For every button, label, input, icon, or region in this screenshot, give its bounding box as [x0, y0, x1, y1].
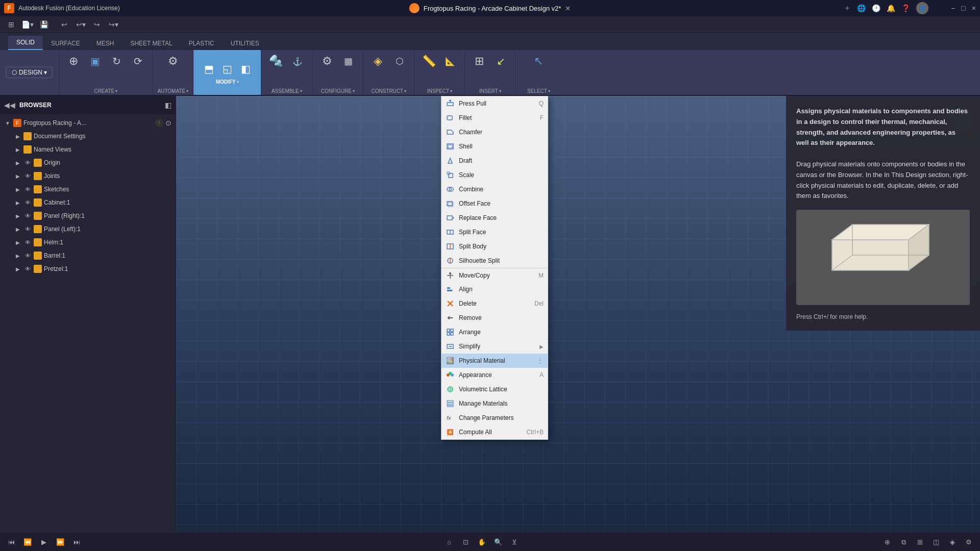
maximize-button[interactable]: □ — [961, 4, 965, 12]
browser-back-icon[interactable]: ◀◀ — [4, 101, 15, 109]
play-icon[interactable]: ▶ — [37, 536, 51, 549]
canvas-area[interactable]: TOP LEFT FRONT Press Pull Q — [176, 96, 980, 533]
panel-left-toggle[interactable]: ▶ — [14, 226, 21, 233]
tree-item-root[interactable]: ▼ F Frogtopus Racing - A... ! ⊙ — [0, 116, 176, 130]
menu-item-change-parameters[interactable]: fx Change Parameters — [442, 411, 548, 425]
tab-surface[interactable]: SURFACE — [43, 37, 88, 50]
panel-left-eye-icon[interactable]: 👁 — [23, 225, 32, 233]
tree-item-sketches[interactable]: ▶ 👁 Sketches — [0, 183, 176, 196]
pretzel-eye-icon[interactable]: 👁 — [23, 265, 32, 273]
barrel-toggle[interactable]: ▶ — [14, 252, 21, 259]
menu-item-offset-face[interactable]: Offset Face — [442, 196, 548, 211]
window-clock-icon[interactable]: 🕐 — [872, 4, 880, 12]
status-mesh-icon[interactable]: ◫ — [929, 536, 943, 549]
pretzel-toggle[interactable]: ▶ — [14, 265, 21, 272]
next-icon[interactable]: ⏩ — [53, 536, 67, 549]
helm-toggle[interactable]: ▶ — [14, 239, 21, 246]
view-zoom-icon[interactable]: 🔍 — [491, 536, 505, 549]
assemble-icon[interactable]: 🔩 — [266, 52, 286, 70]
tree-item-pretzel[interactable]: ▶ 👁 Pretzel:1 — [0, 262, 176, 276]
undo-icon[interactable]: ↩ — [57, 18, 71, 31]
modify-chamfer-icon[interactable]: ◧ — [237, 61, 254, 77]
automate-label-area[interactable]: AUTOMATE ▾ — [158, 88, 189, 94]
inspect-label-area[interactable]: INSPECT ▾ — [427, 88, 452, 94]
helm-eye-icon[interactable]: 👁 — [23, 238, 32, 246]
view-pan-icon[interactable]: ✋ — [475, 536, 489, 549]
inspect-icon[interactable]: 📏 — [419, 52, 439, 70]
origin-toggle[interactable]: ▶ — [14, 159, 21, 166]
menu-item-physical-material[interactable]: Physical Material ⋮ — [442, 354, 548, 368]
insert-icon[interactable]: ⊞ — [469, 52, 489, 70]
window-avatar[interactable]: 👤 — [916, 2, 928, 14]
menu-item-scale[interactable]: Scale — [442, 168, 548, 182]
view-home-icon[interactable]: ⌂ — [442, 536, 456, 549]
select-label-area[interactable]: SELECT ▾ — [527, 88, 550, 94]
panel-right-toggle[interactable]: ▶ — [14, 212, 21, 219]
redo-arrow-icon[interactable]: ↪▾ — [106, 18, 120, 31]
modify-section[interactable]: ⬒ ◱ ◧ MODIFY ▾ — [193, 50, 261, 95]
window-help-icon[interactable]: ❓ — [901, 4, 910, 12]
sketches-eye-icon[interactable]: 👁 — [23, 185, 32, 193]
apps-icon[interactable]: ⊞ — [4, 18, 18, 31]
joints-toggle[interactable]: ▶ — [14, 172, 21, 180]
construct-label-area[interactable]: CONSTRUCT ▾ — [371, 88, 406, 94]
menu-item-split-face[interactable]: Split Face — [442, 225, 548, 239]
close-button[interactable]: × — [972, 4, 976, 12]
assemble-joint-icon[interactable]: ⚓ — [287, 52, 308, 70]
menu-item-simplify[interactable]: Simplify ▶ — [442, 339, 548, 354]
view-fit-icon[interactable]: ⊡ — [458, 536, 473, 549]
insert-label-area[interactable]: INSERT ▾ — [479, 88, 501, 94]
root-toggle[interactable]: ▼ — [4, 119, 11, 127]
named-views-toggle[interactable]: ▶ — [14, 146, 21, 153]
file-menu-icon[interactable]: 📄▾ — [20, 18, 35, 31]
save-icon[interactable]: 💾 — [37, 18, 51, 31]
play-back-icon[interactable]: ⏮ — [4, 536, 18, 549]
tree-item-origin[interactable]: ▶ 👁 Origin — [0, 156, 176, 169]
physical-material-dots[interactable]: ⋮ — [536, 357, 544, 365]
doc-toggle[interactable]: ▶ — [14, 133, 21, 140]
redo-icon[interactable]: ↪ — [90, 18, 104, 31]
browser-collapse-icon[interactable]: ◧ — [165, 101, 172, 109]
window-plus-icon[interactable]: ＋ — [844, 4, 851, 13]
window-bell-icon[interactable]: 🔔 — [887, 4, 895, 12]
settings-icon[interactable]: ⊙ — [165, 119, 172, 127]
tree-item-named-views[interactable]: ▶ Named Views — [0, 143, 176, 156]
modify-press-pull-icon[interactable]: ⬒ — [201, 61, 217, 77]
barrel-eye-icon[interactable]: 👁 — [23, 252, 32, 260]
status-analyze-icon[interactable]: ◈ — [945, 536, 960, 549]
tree-item-cabinet[interactable]: ▶ 👁 Cabinet:1 — [0, 196, 176, 209]
tab-solid[interactable]: SOLID — [8, 36, 43, 50]
automate-icon[interactable]: ⚙ — [163, 52, 183, 70]
inspect-measure-icon[interactable]: 📐 — [440, 52, 460, 70]
menu-item-align[interactable]: Align — [442, 282, 548, 296]
menu-item-press-pull[interactable]: Press Pull Q — [442, 96, 548, 111]
menu-item-draft[interactable]: Draft — [442, 154, 548, 168]
menu-item-manage-materials[interactable]: Manage Materials — [442, 396, 548, 411]
menu-item-volumetric-lattice[interactable]: Volumetric Lattice — [442, 382, 548, 396]
tab-mesh[interactable]: MESH — [88, 37, 122, 50]
tree-item-panel-left[interactable]: ▶ 👁 Panel (Left):1 — [0, 222, 176, 236]
file-close-icon[interactable]: ✕ — [565, 5, 571, 12]
tab-plastic[interactable]: PLASTIC — [181, 37, 223, 50]
cabinet-toggle[interactable]: ▶ — [14, 199, 21, 206]
tree-item-panel-right[interactable]: ▶ 👁 Panel (Right):1 — [0, 209, 176, 222]
create-new-icon[interactable]: ⊕ — [63, 52, 84, 70]
select-cursor-icon[interactable]: ↖ — [528, 52, 549, 70]
create-extrude-icon[interactable]: ▣ — [85, 52, 105, 70]
tree-item-barrel[interactable]: ▶ 👁 Barrel:1 — [0, 249, 176, 262]
configure-icon[interactable]: ⚙ — [317, 52, 337, 70]
window-globe-icon[interactable]: 🌐 — [857, 4, 866, 12]
cabinet-eye-icon[interactable]: 👁 — [23, 198, 32, 207]
undo-arrow-icon[interactable]: ↩▾ — [74, 18, 88, 31]
menu-item-compute-all[interactable]: Compute All Ctrl+B — [442, 425, 548, 439]
menu-item-silhouette-split[interactable]: Silhouette Split — [442, 254, 548, 268]
sketches-toggle[interactable]: ▶ — [14, 186, 21, 193]
tree-item-doc-settings[interactable]: ▶ Document Settings — [0, 130, 176, 143]
construct-plane-icon[interactable]: ⬡ — [389, 52, 410, 70]
panel-right-eye-icon[interactable]: 👁 — [23, 212, 32, 220]
menu-item-arrange[interactable]: Arrange — [442, 325, 548, 339]
status-grid-icon[interactable]: ⊞ — [913, 536, 927, 549]
minimize-button[interactable]: − — [951, 4, 955, 12]
menu-item-combine[interactable]: Combine — [442, 182, 548, 196]
menu-item-fillet[interactable]: Fillet F — [442, 111, 548, 125]
